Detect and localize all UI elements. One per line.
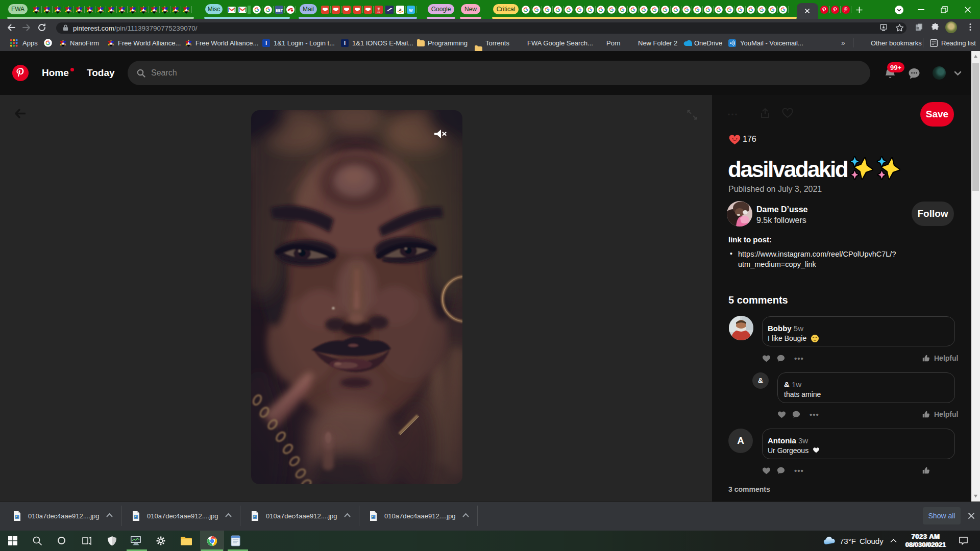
svg-text:鸟: 鸟 (377, 10, 380, 14)
svg-text:a: a (399, 7, 402, 12)
svg-text:w: w (408, 8, 413, 13)
svg-text:菜: 菜 (377, 7, 380, 10)
svg-text:EBT: EBT (276, 9, 283, 12)
